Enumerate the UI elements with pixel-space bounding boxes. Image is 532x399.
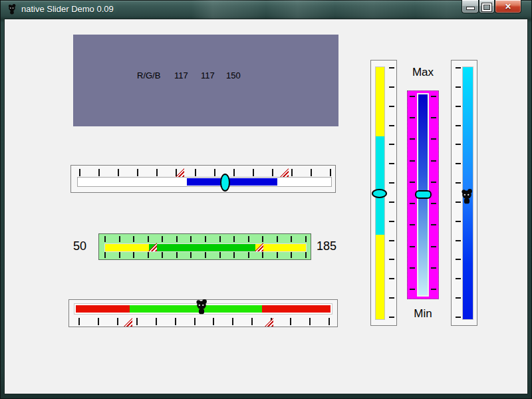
tick-mark <box>389 278 394 279</box>
tick-mark <box>233 252 235 258</box>
tick-mark <box>156 169 158 176</box>
tick-mark <box>78 318 80 325</box>
skull-app-icon[interactable] <box>7 4 17 15</box>
tick-mark <box>233 236 235 242</box>
tick-mark <box>248 252 249 258</box>
tick-mark <box>291 252 292 258</box>
selected-range-bar <box>149 244 255 251</box>
tick-mark <box>389 163 394 164</box>
tick-mark <box>195 169 196 176</box>
tick-mark <box>175 318 176 325</box>
skull-thumb-icon[interactable] <box>196 299 207 315</box>
tick-mark <box>456 240 461 241</box>
rgb-label: R/G/B <box>137 70 160 80</box>
tick-mark <box>214 169 215 176</box>
tick-mark <box>410 246 415 247</box>
slider-thumb[interactable] <box>415 190 432 199</box>
slider-thumb[interactable] <box>372 189 387 198</box>
rgb-color-preview-panel: R/G/B 117 117 150 <box>73 35 338 126</box>
tick-mark <box>148 252 149 258</box>
blue-gradient-vertical-slider <box>451 60 477 326</box>
tick-mark <box>98 169 100 176</box>
tick-row <box>78 318 330 325</box>
tick-mark <box>190 236 192 242</box>
tick-mark <box>389 125 394 126</box>
tick-mark <box>311 169 312 176</box>
blue-value: 150 <box>226 70 241 80</box>
tick-mark <box>431 96 436 97</box>
tick-mark <box>456 86 461 88</box>
tick-mark <box>119 252 120 258</box>
green-range-slider <box>98 233 311 260</box>
tick-mark <box>162 252 163 258</box>
tick-column-right <box>431 96 436 290</box>
tick-mark <box>456 144 461 145</box>
tick-mark <box>117 318 118 325</box>
tick-mark <box>277 236 278 242</box>
tick-mark <box>389 221 394 222</box>
close-button[interactable]: ✕ <box>495 0 521 13</box>
tick-mark <box>219 252 221 258</box>
tick-mark <box>456 221 461 222</box>
slider-track[interactable] <box>104 243 307 252</box>
tick-mark <box>410 289 415 290</box>
max-label: Max <box>407 66 439 79</box>
tick-mark <box>119 236 120 242</box>
tick-mark <box>194 318 196 325</box>
minimize-button[interactable] <box>462 0 479 13</box>
tick-mark <box>389 67 394 68</box>
tick-mark <box>330 169 331 176</box>
tick-mark <box>205 252 206 258</box>
tick-mark <box>251 318 253 325</box>
slider-thumb[interactable] <box>220 174 230 192</box>
tick-column-left <box>410 96 415 290</box>
slider-track[interactable] <box>77 177 332 187</box>
tick-mark <box>232 318 233 325</box>
green-value: 117 <box>201 70 215 80</box>
tick-mark <box>148 236 149 242</box>
tick-mark <box>389 144 394 145</box>
tick-mark <box>305 252 307 258</box>
tick-mark <box>431 138 436 140</box>
tick-mark <box>98 318 99 325</box>
tick-mark <box>248 236 249 242</box>
tick-mark <box>410 203 415 204</box>
tick-mark <box>79 169 80 176</box>
tick-mark <box>272 169 273 176</box>
tick-mark <box>431 203 436 204</box>
tick-mark <box>410 96 415 97</box>
tick-mark <box>219 236 221 242</box>
tick-mark <box>431 160 436 162</box>
tick-mark <box>290 318 291 325</box>
range-max-label: 185 <box>317 239 336 253</box>
tick-mark <box>156 318 157 325</box>
tick-mark <box>104 236 106 242</box>
tick-mark <box>389 297 394 299</box>
tick-mark <box>190 252 192 258</box>
tick-mark <box>456 317 461 318</box>
maximize-icon <box>482 3 491 11</box>
tick-mark <box>431 117 436 118</box>
titlebar[interactable]: native Slider Demo 0.09 ✕ <box>0 0 532 19</box>
tick-mark <box>162 236 163 242</box>
tick-mark <box>389 201 394 203</box>
tick-column <box>456 67 461 318</box>
tick-mark <box>133 236 134 242</box>
maximize-button[interactable] <box>479 0 495 13</box>
range-min-label: 50 <box>73 239 86 253</box>
tick-row <box>79 169 331 176</box>
tick-mark <box>410 117 415 118</box>
selected-range-bar <box>376 136 384 235</box>
tick-mark <box>456 163 461 164</box>
tick-row-bottom <box>104 252 307 258</box>
minimize-icon <box>466 7 475 10</box>
yellow-vertical-slider <box>370 60 397 326</box>
tick-mark <box>137 169 138 176</box>
min-label: Min <box>407 307 439 321</box>
tick-mark <box>456 278 461 279</box>
tick-mark <box>431 267 436 269</box>
skull-thumb-icon[interactable] <box>461 188 473 205</box>
tick-mark <box>305 236 307 242</box>
tick-mark <box>133 252 134 258</box>
tick-mark <box>176 236 178 242</box>
